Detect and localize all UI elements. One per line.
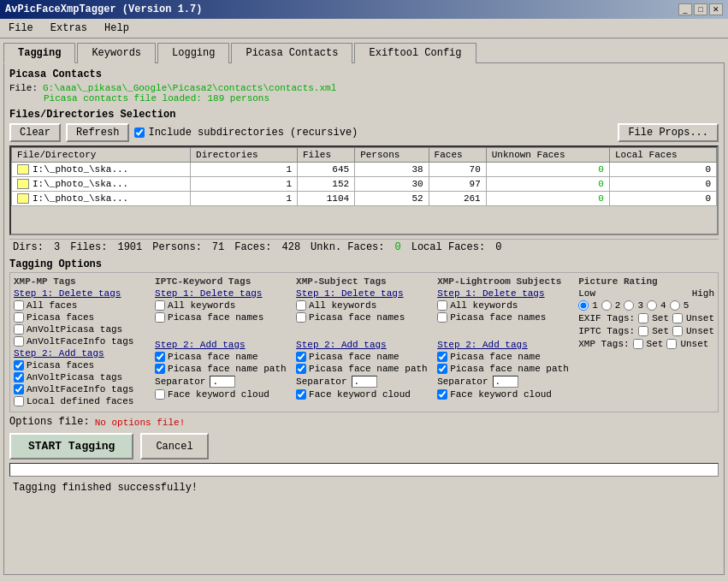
rating-2-radio[interactable]	[601, 300, 612, 311]
menu-extras[interactable]: Extras	[45, 21, 92, 36]
xmp-lr-all-kw-label: All keywords	[450, 300, 518, 311]
xmp-lr-step2[interactable]: Step 2: Add tags	[437, 340, 571, 350]
xmp-anvoltfaceinfo-del-chk[interactable]	[14, 336, 24, 347]
rating-4-radio[interactable]	[647, 300, 657, 311]
exif-tags-label: EXIF Tags:	[578, 313, 635, 323]
xmp-lr-face-names-del-chk[interactable]	[437, 312, 447, 323]
minimize-button[interactable]: _	[678, 3, 692, 15]
maximize-button[interactable]: □	[694, 3, 707, 15]
xmp-mp-step2[interactable]: Step 2: Add tags	[14, 348, 148, 359]
xmp-subject-step1[interactable]: Step 1: Delete tags	[296, 288, 430, 299]
xmp-mp-step1[interactable]: Step 1: Delete tags	[14, 288, 148, 299]
xmp-anvoltfaceinfo-add-row: AnVoltFaceInfo tags	[14, 384, 148, 394]
xmp-picasa-faces-del-chk[interactable]	[14, 312, 24, 323]
xmp-lr-all-kw-chk[interactable]	[437, 300, 447, 311]
xmp-anvoltfaceinfo-add-chk[interactable]	[14, 384, 24, 394]
xmp-unset-chk[interactable]	[666, 339, 677, 349]
xmp-lr-face-name-label: Picasa face name	[450, 352, 541, 362]
cell-directories: 1	[191, 163, 298, 177]
xmp-anvoltpicasa-del-chk[interactable]	[14, 324, 24, 335]
iptc-face-name-path-row: Picasa face name path	[155, 364, 289, 374]
cell-persons: 52	[355, 192, 429, 206]
xmp-picasa-faces-add-chk[interactable]	[14, 360, 24, 371]
rating-radio-row: 1 2 3 4 5	[578, 300, 714, 311]
tab-picasa-contacts[interactable]: Picasa Contacts	[231, 43, 352, 63]
xmp-subj-all-kw-row: All keywords	[296, 300, 430, 311]
col-header-persons: Persons	[355, 148, 429, 163]
xmp-picasa-faces-del-row: Picasa faces	[14, 312, 148, 323]
iptc-face-name-chk[interactable]	[155, 352, 165, 362]
iptc-set-chk[interactable]	[638, 326, 648, 336]
menu-help[interactable]: Help	[99, 21, 134, 36]
xmp-subj-face-names-del-row: Picasa face names	[296, 312, 430, 323]
cell-faces: 97	[429, 177, 486, 192]
xmp-lr-step1[interactable]: Step 1: Delete tags	[437, 288, 571, 299]
xmp-subject-step2[interactable]: Step 2: Add tags	[296, 340, 430, 350]
col-header-faces: Faces	[429, 148, 486, 163]
bottom-buttons: START Tagging Cancel	[9, 433, 719, 459]
xmp-subj-face-name-path-chk[interactable]	[296, 364, 306, 374]
xmp-lr-face-cloud-chk[interactable]	[437, 389, 447, 400]
xmp-lr-face-name-path-chk[interactable]	[437, 364, 447, 374]
xmp-subj-face-cloud-row: Face keyword cloud	[296, 389, 430, 400]
exif-unset-label: Unset	[686, 313, 714, 323]
rating-3-radio[interactable]	[624, 300, 634, 311]
exif-set-chk[interactable]	[638, 313, 648, 323]
xmp-subj-face-name-path-label: Picasa face name path	[309, 364, 428, 374]
iptc-unset-chk[interactable]	[672, 326, 683, 336]
start-tagging-button[interactable]: START Tagging	[9, 433, 133, 459]
summary-files-label: Files:	[70, 241, 107, 253]
tab-exiftool-config[interactable]: Exiftool Config	[354, 43, 476, 63]
iptc-face-name-label: Picasa face name	[168, 352, 258, 362]
xmp-lr-face-name-path-row: Picasa face name path	[437, 364, 571, 374]
iptc-all-kw-row: All keywords	[155, 300, 289, 311]
recursive-checkbox-label[interactable]: Include subdirectories (recursive)	[134, 127, 358, 139]
xmp-subject-title: XMP-Subject Tags	[296, 276, 430, 287]
recursive-checkbox[interactable]	[134, 127, 145, 138]
iptc-step1[interactable]: Step 1: Delete tags	[155, 288, 289, 299]
exif-unset-chk[interactable]	[672, 313, 683, 323]
refresh-button[interactable]: Refresh	[66, 123, 129, 142]
iptc-separator-input[interactable]	[210, 376, 235, 388]
tab-keywords[interactable]: Keywords	[77, 43, 156, 63]
iptc-title: IPTC-Keyword Tags	[155, 276, 289, 287]
iptc-face-name-path-chk[interactable]	[155, 364, 165, 374]
tab-logging[interactable]: Logging	[157, 43, 229, 63]
iptc-face-cloud-row: Face keyword cloud	[155, 389, 289, 400]
summary-persons-label: Persons:	[152, 241, 202, 253]
xmp-set-chk[interactable]	[633, 339, 643, 349]
iptc-face-names-del-chk[interactable]	[155, 312, 165, 323]
xmp-picasa-faces-del-label: Picasa faces	[27, 312, 94, 323]
rating-5-radio[interactable]	[670, 300, 680, 311]
xmp-subj-face-names-del-chk[interactable]	[296, 312, 306, 323]
xmp-lr-face-name-chk[interactable]	[437, 352, 447, 362]
clear-button[interactable]: Clear	[9, 123, 61, 142]
summary-faces-label: Faces:	[234, 241, 271, 253]
iptc-all-kw-chk[interactable]	[155, 300, 165, 311]
xmp-subj-all-kw-chk[interactable]	[296, 300, 306, 311]
picasa-loaded-text: Picasa contacts file loaded: 189 persons	[44, 93, 719, 104]
menu-file[interactable]: File	[3, 21, 38, 36]
xmp-lr-separator-input[interactable]	[493, 376, 518, 388]
recursive-label: Include subdirectories (recursive)	[148, 127, 358, 139]
xmp-anvoltpicasa-add-chk[interactable]	[14, 372, 24, 382]
iptc-step2[interactable]: Step 2: Add tags	[155, 340, 289, 350]
iptc-face-cloud-chk[interactable]	[155, 389, 165, 400]
cancel-button[interactable]: Cancel	[140, 433, 208, 459]
tab-tagging[interactable]: Tagging	[3, 43, 75, 63]
file-props-button[interactable]: File Props...	[618, 123, 719, 142]
xmp-local-faces-label: Local defined faces	[27, 396, 133, 406]
xmp-subj-face-cloud-chk[interactable]	[296, 389, 306, 400]
summary-unkn-label: Unkn. Faces:	[311, 241, 384, 253]
close-button[interactable]: ✕	[709, 3, 723, 15]
xmp-lr-face-cloud-label: Face keyword cloud	[450, 389, 552, 400]
xmp-all-faces-chk[interactable]	[14, 300, 24, 311]
tagging-options-title: Tagging Options	[9, 258, 719, 270]
xmp-all-faces-label: All faces	[27, 300, 77, 311]
xmp-subj-face-cloud-label: Face keyword cloud	[309, 389, 411, 400]
xmp-anvoltfaceinfo-del-label: AnVoltFaceInfo tags	[27, 336, 133, 347]
rating-1-radio[interactable]	[578, 300, 589, 311]
xmp-subj-separator-input[interactable]	[352, 376, 377, 388]
xmp-subj-face-name-chk[interactable]	[296, 352, 306, 362]
xmp-local-faces-chk[interactable]	[14, 396, 24, 406]
